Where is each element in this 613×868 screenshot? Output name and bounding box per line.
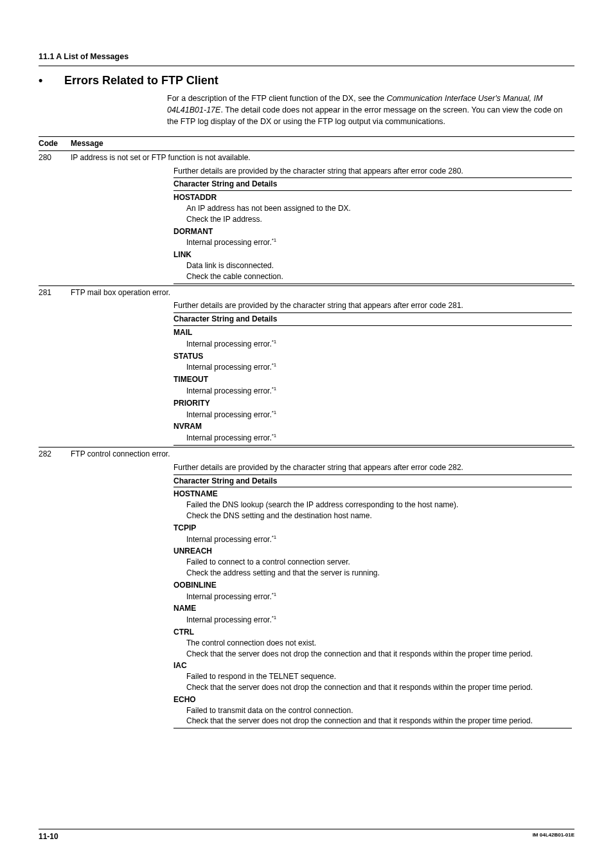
char-string-name: NVRAM [173, 421, 572, 432]
char-string-name: PRIORITY [173, 398, 572, 409]
char-string-name: UNREACH [173, 546, 572, 557]
page-subheading: Errors Related to FTP Client [64, 73, 218, 89]
superscript-ref: *1 [272, 615, 277, 620]
char-string-desc: Failed to connect to a control connectio… [173, 557, 572, 568]
char-string-desc: Internal processing error.*1 [173, 237, 572, 248]
superscript-ref: *1 [272, 362, 277, 368]
char-string-desc: Check that the server does not drop the … [173, 716, 572, 728]
char-string-desc: The control connection does not exist. [173, 638, 572, 649]
char-string-desc: Check the DNS setting and the destinatio… [173, 511, 572, 521]
bullet-icon: • [39, 75, 64, 86]
char-string-name: OOBINLINE [173, 580, 572, 591]
char-string-desc: Internal processing error.*1 [173, 614, 572, 626]
superscript-ref: *1 [272, 410, 277, 415]
code-cell: 281 [39, 285, 71, 299]
char-string-desc: Failed the DNS lookup (search the IP add… [173, 500, 572, 511]
code-cell: 280 [39, 150, 71, 164]
page-number: 11-10 [39, 831, 58, 842]
page-footer: 11-10 IM 04L42B01-01E [39, 829, 574, 842]
char-string-desc: Check that the server does not drop the … [173, 649, 572, 660]
char-string-name: ECHO [173, 694, 572, 705]
superscript-ref: *1 [272, 592, 277, 597]
message-cell: FTP mail box operation error. [71, 285, 574, 299]
error-table: Code Message 280IP address is not set or… [39, 136, 574, 730]
detail-header: Character String and Details [173, 475, 572, 488]
char-string-name: CTRL [173, 627, 572, 638]
doc-number: IM 04L42B01-01E [533, 831, 574, 842]
intro-paragraph: For a description of the FTP client func… [167, 93, 574, 127]
char-string-name: TCPIP [173, 523, 572, 534]
title-row: • Errors Related to FTP Client [39, 73, 574, 89]
char-string-name: LINK [173, 249, 572, 260]
th-message: Message [71, 137, 574, 151]
char-string-name: IAC [173, 660, 572, 671]
superscript-ref: *1 [272, 339, 277, 345]
char-string-desc: An IP address has not been assigned to t… [173, 203, 572, 214]
char-string-desc: Internal processing error.*1 [173, 432, 572, 446]
char-string-desc: Check the cable connection. [173, 271, 572, 284]
char-string-name: NAME [173, 603, 572, 614]
char-string-desc: Internal processing error.*1 [173, 361, 572, 373]
char-string-desc: Data link is disconnected. [173, 260, 572, 271]
char-string-name: STATUS [173, 351, 572, 362]
char-string-name: MAIL [173, 327, 572, 338]
superscript-ref: *1 [272, 433, 277, 439]
detail-header: Character String and Details [173, 312, 572, 326]
char-string-desc: Check the IP address. [173, 214, 572, 225]
char-string-desc: Check the address setting and that the s… [173, 568, 572, 579]
intro-suffix: . The detail code does not appear in the… [167, 105, 562, 126]
message-cell: FTP control connection error. [71, 447, 574, 460]
char-string-desc: Internal processing error.*1 [173, 338, 572, 350]
detail-intro: Further details are provided by the char… [173, 166, 572, 177]
char-string-name: TIMEOUT [173, 374, 572, 385]
detail-header: Character String and Details [173, 177, 572, 191]
code-cell: 282 [39, 447, 71, 460]
char-string-name: DORMANT [173, 226, 572, 237]
char-string-desc: Failed to respond in the TELNET sequence… [173, 671, 572, 682]
message-cell: IP address is not set or FTP function is… [71, 150, 574, 164]
th-code: Code [39, 137, 71, 151]
char-string-desc: Internal processing error.*1 [173, 385, 572, 397]
char-string-desc: Internal processing error.*1 [173, 409, 572, 420]
section-header: 11.1 A List of Messages [39, 51, 574, 66]
char-string-desc: Check that the server does not drop the … [173, 682, 572, 693]
char-string-name: HOSTNAME [173, 489, 572, 500]
char-string-desc: Failed to transmit data on the control c… [173, 705, 572, 716]
char-string-desc: Internal processing error.*1 [173, 591, 572, 602]
intro-prefix: For a description of the FTP client func… [167, 94, 387, 103]
char-string-desc: Internal processing error.*1 [173, 534, 572, 545]
detail-intro: Further details are provided by the char… [173, 462, 572, 473]
superscript-ref: *1 [272, 534, 277, 540]
superscript-ref: *1 [272, 386, 277, 392]
detail-intro: Further details are provided by the char… [173, 300, 572, 311]
superscript-ref: *1 [272, 237, 277, 243]
char-string-name: HOSTADDR [173, 192, 572, 203]
